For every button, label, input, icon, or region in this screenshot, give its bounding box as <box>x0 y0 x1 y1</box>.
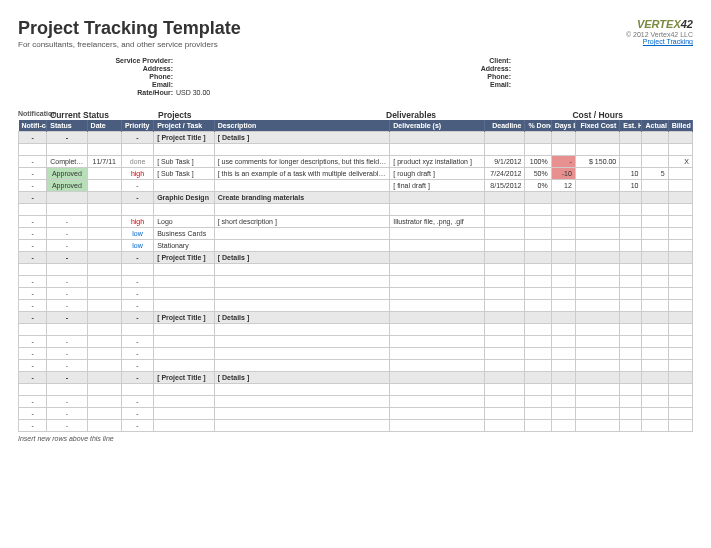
copyright: © 2012 Vertex42 LLC <box>626 31 693 38</box>
col-deadline: Deadline <box>485 120 525 132</box>
table-row[interactable]: -Approved-[ final draft ]8/15/20120%1210 <box>19 180 693 192</box>
header: Project Tracking Template For consultant… <box>18 18 693 49</box>
footnote: Insert new rows above this line <box>18 435 693 442</box>
table-row[interactable]: --- <box>19 348 693 360</box>
section-deliverables: Deliverables <box>386 110 572 120</box>
client-email-label: Email: <box>446 81 514 88</box>
table-row[interactable]: -Completed11/7/11done[ Sub Task ][ use c… <box>19 156 693 168</box>
page-title: Project Tracking Template <box>18 18 241 39</box>
table-row[interactable]: --- <box>19 408 693 420</box>
table-row[interactable]: --Graphic DesignCreate branding material… <box>19 192 693 204</box>
section-cost: Cost / Hours <box>572 110 693 120</box>
table-row[interactable] <box>19 324 693 336</box>
section-notification: Notification <box>18 110 46 120</box>
table-body[interactable]: ---[ Project Title ][ Details ]-Complete… <box>19 132 693 432</box>
col-project: Project / Task <box>154 120 215 132</box>
col-daysleft: Days Left <box>551 120 575 132</box>
client-address-label: Address: <box>446 65 514 72</box>
table-row[interactable] <box>19 264 693 276</box>
table-row[interactable] <box>19 384 693 396</box>
table-row[interactable]: --- <box>19 396 693 408</box>
table-row[interactable]: ---[ Project Title ][ Details ] <box>19 132 693 144</box>
provider-phone-label: Phone: <box>108 73 176 80</box>
table-row[interactable]: --- <box>19 288 693 300</box>
col-notif: Notifi-cations <box>19 120 47 132</box>
col-deliv: Deliverable (s) <box>390 120 485 132</box>
logo-brand: VERTEX <box>637 18 681 30</box>
col-fixedcost: Fixed Cost <box>575 120 619 132</box>
section-projects: Projects <box>158 110 386 120</box>
table-row[interactable] <box>19 144 693 156</box>
table-row[interactable]: --lowBusiness Cards <box>19 228 693 240</box>
provider-info: Service Provider: Address: Phone: Email:… <box>108 57 266 96</box>
section-status: Current Status <box>46 110 158 120</box>
logo-block: VERTEX42 © 2012 Vertex42 LLC Project Tra… <box>626 18 693 49</box>
table-row[interactable]: --- <box>19 336 693 348</box>
table-row[interactable]: --- <box>19 276 693 288</box>
client-label: Client: <box>446 57 514 64</box>
col-date: Date <box>87 120 121 132</box>
table-row[interactable]: --lowStationary <box>19 240 693 252</box>
col-acthrs: Actual Hrs <box>642 120 668 132</box>
provider-label: Service Provider: <box>108 57 176 64</box>
page-subtitle: For consultants, freelancers, and other … <box>18 40 241 49</box>
col-esthrs: Est. Hrs <box>620 120 642 132</box>
project-tracking-link[interactable]: Project Tracking <box>626 38 693 45</box>
col-status: Status <box>47 120 87 132</box>
rate-label: Rate/Hour: <box>108 89 176 96</box>
table-row[interactable]: --- <box>19 300 693 312</box>
table-row[interactable]: --highLogo[ short description ]Illustrat… <box>19 216 693 228</box>
logo-number: 42 <box>681 18 693 30</box>
col-pctdone: % Done <box>525 120 551 132</box>
section-headers: Notification Current Status Projects Del… <box>18 110 693 120</box>
header-row: Notifi-cations Status Date Priority Proj… <box>19 120 693 132</box>
provider-email-label: Email: <box>108 81 176 88</box>
col-priority: Priority <box>121 120 153 132</box>
table-row[interactable]: --- <box>19 420 693 432</box>
table-row[interactable]: ---[ Project Title ][ Details ] <box>19 252 693 264</box>
table-row[interactable]: -Approvedhigh[ Sub Task ][ this is an ex… <box>19 168 693 180</box>
col-desc: Description <box>214 120 390 132</box>
table-row[interactable]: --- <box>19 360 693 372</box>
table-row[interactable]: ---[ Project Title ][ Details ] <box>19 372 693 384</box>
info-section: Service Provider: Address: Phone: Email:… <box>108 57 693 96</box>
client-phone-label: Phone: <box>446 73 514 80</box>
provider-address-label: Address: <box>108 65 176 72</box>
table-row[interactable]: ---[ Project Title ][ Details ] <box>19 312 693 324</box>
col-billedhrs: Billed Hrs <box>668 120 692 132</box>
client-info: Client: Address: Phone: Email: <box>446 57 604 96</box>
tracking-table[interactable]: Notifi-cations Status Date Priority Proj… <box>18 120 693 432</box>
table-row[interactable] <box>19 204 693 216</box>
rate-value: USD 30.00 <box>176 89 266 96</box>
